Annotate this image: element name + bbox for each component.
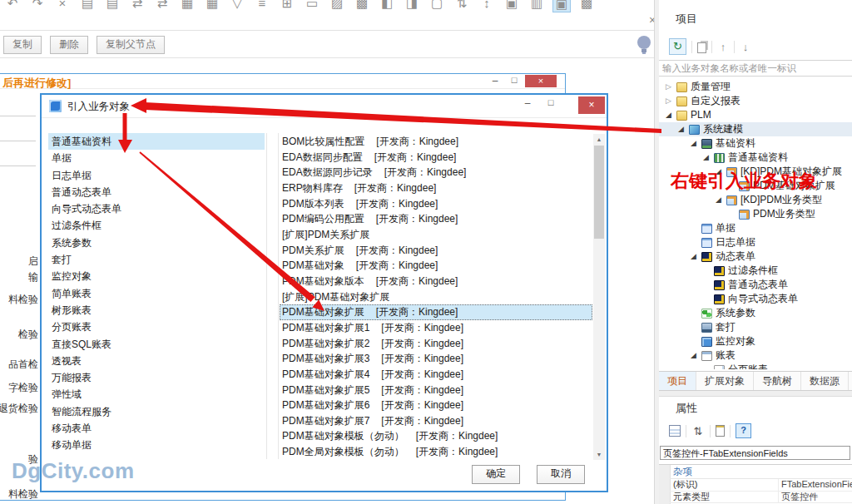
toolbar-icon[interactable]: ▢ (428, 0, 446, 12)
tree-item[interactable]: 监控对象 (659, 334, 852, 348)
minimize-button[interactable]: – (518, 97, 537, 109)
tree-item[interactable]: 系统参数 (659, 306, 852, 320)
toolbar-icon[interactable]: ↷ (28, 0, 47, 12)
toolbar-icon[interactable]: ⇅ (453, 0, 471, 12)
tree-item[interactable]: ◢PLM (659, 108, 852, 122)
toolbar-icon[interactable]: ↕ (478, 0, 496, 12)
object-item[interactable]: PDM基础对象扩展4[开发商：Kingdee] (280, 367, 592, 383)
move-down-icon[interactable]: ↓ (740, 41, 751, 53)
tree-item[interactable]: ◢[KD]PDM业务类型 (659, 193, 852, 207)
refresh-icon[interactable]: ↻ (669, 38, 686, 55)
category-item[interactable]: 弹性域 (48, 386, 265, 403)
tree-item[interactable]: ▷质量管理 (659, 80, 852, 94)
tree-item[interactable]: 套打 (659, 320, 852, 334)
collapse-icon[interactable]: ◢ (716, 193, 726, 207)
toolbar-icon[interactable]: ▨ (328, 0, 346, 12)
categorized-icon[interactable] (669, 425, 681, 437)
toolbar-icon[interactable]: ▤ (103, 0, 121, 12)
lightbulb-icon[interactable] (636, 35, 652, 57)
close-button[interactable]: × (578, 96, 605, 114)
search-input[interactable] (659, 61, 852, 76)
category-item[interactable]: 监控对象 (48, 268, 265, 284)
object-item[interactable]: PDM全局对象模板（勿动）[开发商：Kingdee] (280, 444, 592, 460)
toolbar-icon[interactable]: ⇄ (153, 0, 171, 12)
property-row[interactable]: (标识)FTabExtensionFields (670, 479, 852, 492)
object-item[interactable]: PDM基础对象扩展1[开发商：Kingdee] (280, 320, 592, 336)
toolbar-icon[interactable]: ▽ (228, 0, 246, 12)
scroll-up-icon[interactable]: ▲ (593, 134, 605, 145)
category-item[interactable]: 智能流程服务 (48, 403, 265, 420)
object-item[interactable]: PDM基础对象扩展3[开发商：Kingdee] (280, 351, 592, 367)
toolbar-icon[interactable]: ◨ (403, 0, 421, 12)
tree-item[interactable]: ◢普通基础资料 (659, 151, 852, 165)
dialog-titlebar[interactable]: 引入业务对象 – □ × (42, 95, 607, 118)
maximize-button[interactable]: □ (542, 97, 560, 107)
expand-icon[interactable]: ▷ (666, 94, 676, 108)
toolbar-icon[interactable]: ≡ (253, 0, 271, 12)
category-item[interactable]: 移动单据 (48, 437, 265, 453)
category-item[interactable]: 向导式动态表单 (48, 200, 265, 217)
ok-button[interactable]: 确定 (472, 465, 520, 484)
maximize-button[interactable]: □ (506, 75, 523, 85)
category-item[interactable]: 系统参数 (48, 235, 265, 251)
tree-item[interactable]: 普通动态表单 (659, 278, 852, 292)
object-item[interactable]: PDM基础对象扩展5[开发商：Kingdee] (280, 383, 592, 398)
object-item[interactable]: PDM基础对象扩展7[开发商：Kingdee] (280, 413, 592, 429)
category-item[interactable]: 树形账表 (48, 302, 265, 319)
category-item[interactable]: 套打 (48, 251, 265, 268)
object-item[interactable]: BOM比较属性配置[开发商：Kingdee] (280, 134, 592, 150)
toolbar-icon[interactable]: ▩ (353, 0, 371, 12)
toolbar-icon[interactable]: ▩ (577, 0, 596, 12)
category-item[interactable]: 普通动态表单 (48, 184, 265, 200)
scroll-down-icon[interactable]: ▼ (593, 449, 605, 460)
object-item[interactable]: PDM基础对象版本[开发商：Kingdee] (280, 274, 592, 289)
object-item[interactable]: [扩展]PDM基础对象扩展 (280, 289, 592, 305)
category-item[interactable]: 简单账表 (48, 285, 265, 302)
toolbar-icon[interactable]: ▭ (303, 0, 321, 12)
tab-nav-tree[interactable]: 导航树 (754, 372, 801, 390)
property-pages-icon[interactable] (716, 425, 725, 437)
paste-icon[interactable] (697, 42, 706, 53)
close-button[interactable]: × (525, 75, 557, 87)
expand-icon[interactable]: ▷ (666, 80, 676, 94)
toolbar-icon[interactable]: ⊞ (278, 0, 296, 12)
collapse-icon[interactable]: ◢ (678, 122, 689, 136)
category-item[interactable]: 直接SQL账表 (48, 336, 265, 353)
command-button[interactable]: 删除 (50, 36, 88, 54)
toolbar-icon[interactable]: ↶ (3, 0, 22, 12)
tree-item[interactable]: ▷自定义报表 (659, 94, 852, 108)
property-row[interactable]: 元素类型页签控件 (670, 492, 852, 504)
command-button[interactable]: 复制父节点 (97, 36, 165, 54)
tree-item[interactable]: 过滤条件框 (659, 264, 852, 278)
object-item[interactable]: PDM基础对象扩展2[开发商：Kingdee] (280, 336, 592, 352)
property-category[interactable]: 杂项 (670, 465, 852, 479)
collapse-icon[interactable]: ◢ (666, 108, 676, 122)
help-icon[interactable]: ? (736, 423, 751, 438)
category-item[interactable]: 普通基础资料 (48, 133, 265, 150)
collapse-icon[interactable]: ◢ (691, 348, 701, 363)
category-item[interactable]: 透视表 (48, 353, 265, 369)
collapse-icon[interactable]: ◢ (691, 250, 701, 264)
object-selector-combobox[interactable]: 页签控件-FTabExtensionFields (660, 446, 850, 460)
tree-item[interactable]: 分页账表 (659, 363, 852, 369)
category-item[interactable]: 移动表单 (48, 420, 265, 437)
toolbar-icon[interactable]: × (53, 0, 72, 12)
scrollbar-thumb[interactable] (594, 146, 604, 239)
cancel-button[interactable]: 取消 (537, 465, 585, 484)
category-item[interactable]: 过滤条件框 (48, 217, 265, 234)
tree-item[interactable]: ◢账表 (659, 348, 852, 363)
tree-item[interactable]: 单据 (659, 221, 852, 235)
collapse-icon[interactable]: ◢ (703, 151, 714, 165)
scrollbar[interactable]: ▲ ▼ (593, 134, 605, 460)
toolbar-icon[interactable]: ▤ (78, 0, 97, 12)
object-item[interactable]: PDM编码公用配置[开发商：Kingdee] (280, 211, 592, 227)
category-item[interactable]: 单据 (48, 150, 265, 166)
tab-project[interactable]: 项目 (659, 372, 696, 390)
tab-data-source[interactable]: 数据源 (801, 372, 849, 390)
object-item[interactable]: PDM关系扩展[开发商：Kingdee] (280, 243, 592, 259)
sort-alphabetical-icon[interactable]: ⇅ (691, 425, 705, 437)
toolbar-icon[interactable]: ▦ (203, 0, 221, 12)
object-item[interactable]: PDM基础对象[开发商：Kingdee] (280, 258, 592, 274)
toolbar-icon[interactable]: ▣ (552, 0, 571, 12)
move-up-icon[interactable]: ↑ (717, 41, 729, 53)
